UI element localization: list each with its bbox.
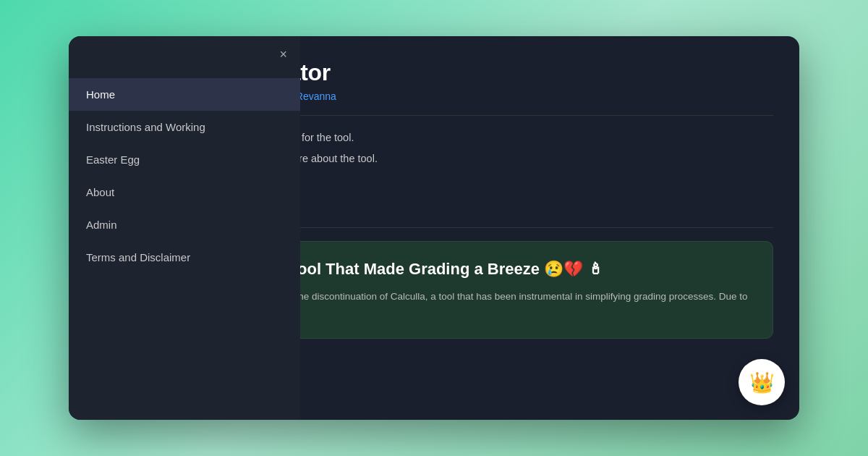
sidebar-nav: Home Instructions and Working Easter Egg… (69, 72, 300, 279)
crown-icon: 👑 (749, 371, 775, 394)
sidebar-item-home[interactable]: Home (69, 78, 300, 111)
close-button[interactable]: × (279, 48, 287, 61)
sidebar-item-terms[interactable]: Terms and Disclaimer (69, 241, 300, 274)
browser-window: × Home Instructions and Working Easter E… (69, 36, 799, 420)
sidebar-item-about[interactable]: About (69, 176, 300, 208)
sidebar-item-easter-egg[interactable]: Easter Egg (69, 143, 300, 176)
crown-button[interactable]: 👑 (739, 359, 785, 405)
sidebar-item-instructions[interactable]: Instructions and Working (69, 111, 300, 143)
sidebar-header: × (69, 36, 300, 72)
sidebar: × Home Instructions and Working Easter E… (69, 36, 300, 420)
sidebar-item-admin[interactable]: Admin (69, 208, 300, 241)
